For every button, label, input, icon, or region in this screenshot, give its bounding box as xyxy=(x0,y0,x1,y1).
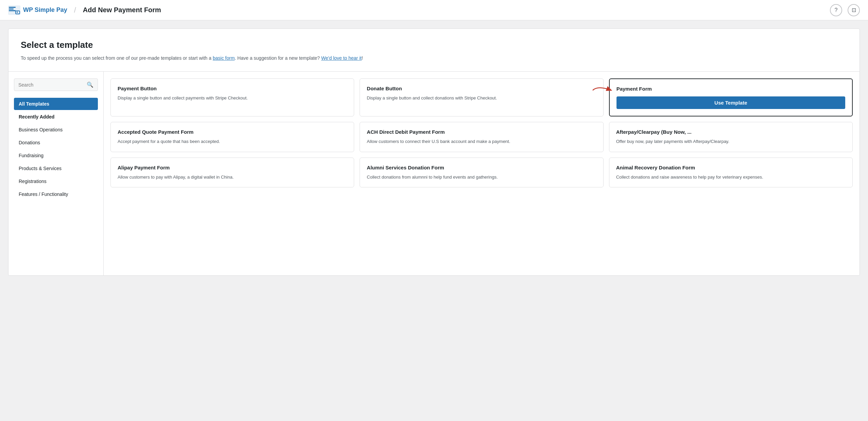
sidebar-nav: All TemplatesRecently AddedBusiness Oper… xyxy=(14,98,98,200)
main-content: Select a template To speed up the proces… xyxy=(0,20,868,284)
header-section: Select a template To speed up the proces… xyxy=(8,29,860,72)
sidebar-link-5[interactable]: Products & Services xyxy=(14,162,98,175)
template-card-alipay[interactable]: Alipay Payment FormAllow customers to pa… xyxy=(110,158,354,188)
template-title-animal-recovery: Animal Recovery Donation Form xyxy=(616,165,846,170)
template-desc-ach-debit: Allow customers to connect their U.S ban… xyxy=(367,138,596,145)
template-card-donate-button[interactable]: Donate ButtonDisplay a single button and… xyxy=(360,78,603,116)
template-card-afterpay[interactable]: Afterpay/Clearpay (Buy Now, ...Offer buy… xyxy=(609,122,853,152)
sidebar-link-7[interactable]: Features / Functionality xyxy=(14,188,98,200)
svg-rect-3 xyxy=(9,10,16,11)
template-card-payment-button[interactable]: Payment ButtonDisplay a single button an… xyxy=(110,78,354,116)
template-card-accepted-quote[interactable]: Accepted Quote Payment FormAccept paymen… xyxy=(110,122,354,152)
description-middle: . Have a suggestion for a new template? xyxy=(235,55,321,61)
help-icon: ? xyxy=(835,7,838,13)
template-title-payment-button: Payment Button xyxy=(118,86,347,91)
title-divider: / xyxy=(74,6,76,15)
top-bar: WP Simple Pay / Add New Payment Form ? ⊡ xyxy=(0,0,868,20)
template-desc-alipay: Allow customers to pay with Alipay, a di… xyxy=(118,174,347,181)
sidebar-item-registrations[interactable]: Registrations xyxy=(14,175,98,187)
svg-rect-1 xyxy=(9,7,16,8)
template-title-alumni-services: Alumni Services Donation Form xyxy=(367,165,596,170)
template-title-payment-form: Payment Form xyxy=(617,86,845,92)
help-button[interactable]: ? xyxy=(830,4,842,16)
template-title-donate-button: Donate Button xyxy=(367,86,596,91)
suggestion-link[interactable]: We'd love to hear it xyxy=(321,55,362,61)
template-card-animal-recovery[interactable]: Animal Recovery Donation FormCollect don… xyxy=(609,158,853,188)
sidebar-item-donations[interactable]: Donations xyxy=(14,136,98,149)
sidebar-link-1[interactable]: Recently Added xyxy=(14,111,98,123)
template-desc-accepted-quote: Accept payment for a quote that has been… xyxy=(118,138,347,145)
logo-text: WP Simple Pay xyxy=(23,6,67,14)
template-layout: 🔍 All TemplatesRecently AddedBusiness Op… xyxy=(8,72,860,275)
notifications-button[interactable]: ⊡ xyxy=(848,4,860,16)
sidebar-link-6[interactable]: Registrations xyxy=(14,175,98,187)
sidebar-item-fundraising[interactable]: Fundraising xyxy=(14,149,98,162)
search-input[interactable] xyxy=(18,82,87,88)
section-description: To speed up the process you can select f… xyxy=(21,54,847,62)
sidebar-link-4[interactable]: Fundraising xyxy=(14,149,98,162)
description-suffix: ! xyxy=(362,55,363,61)
search-icon: 🔍 xyxy=(87,81,93,88)
logo-icon xyxy=(8,5,20,15)
sidebar-link-2[interactable]: Business Operations xyxy=(14,124,98,136)
template-desc-afterpay: Offer buy now, pay later payments with A… xyxy=(616,138,846,145)
sidebar-item-products---services[interactable]: Products & Services xyxy=(14,162,98,175)
template-desc-donate-button: Display a single button and collect dona… xyxy=(367,95,596,102)
notification-icon: ⊡ xyxy=(852,7,856,13)
template-title-accepted-quote: Accepted Quote Payment Form xyxy=(118,129,347,135)
svg-rect-2 xyxy=(9,8,14,10)
template-title-ach-debit: ACH Direct Debit Payment Form xyxy=(367,129,596,135)
sidebar-link-0[interactable]: All Templates xyxy=(14,98,98,110)
template-desc-alumni-services: Collect donations from alumnni to help f… xyxy=(367,174,596,181)
template-card-alumni-services[interactable]: Alumni Services Donation FormCollect don… xyxy=(360,158,603,188)
sidebar-link-3[interactable]: Donations xyxy=(14,136,98,149)
use-template-button[interactable]: Use Template xyxy=(617,96,845,109)
template-desc-payment-button: Display a single button and collect paym… xyxy=(118,95,347,102)
sidebar-item-all-templates[interactable]: All Templates xyxy=(14,98,98,110)
template-sidebar: 🔍 All TemplatesRecently AddedBusiness Op… xyxy=(8,72,104,275)
template-title-alipay: Alipay Payment Form xyxy=(118,165,347,170)
search-box: 🔍 xyxy=(14,78,98,91)
template-card-ach-debit[interactable]: ACH Direct Debit Payment FormAllow custo… xyxy=(360,122,603,152)
description-prefix: To speed up the process you can select f… xyxy=(21,55,213,61)
sidebar-item-business-operations[interactable]: Business Operations xyxy=(14,124,98,136)
sidebar-item-features---functionality[interactable]: Features / Functionality xyxy=(14,188,98,200)
template-title-afterpay: Afterpay/Clearpay (Buy Now, ... xyxy=(616,129,846,135)
page-title: Add New Payment Form xyxy=(83,6,161,14)
basic-form-link[interactable]: basic form xyxy=(213,55,235,61)
template-card-payment-form[interactable]: Payment FormUse Template xyxy=(609,78,853,116)
logo-link[interactable]: WP Simple Pay xyxy=(8,5,67,15)
top-bar-actions: ? ⊡ xyxy=(830,4,860,16)
template-desc-animal-recovery: Collect donations and raise awareness to… xyxy=(616,174,846,181)
section-title: Select a template xyxy=(21,40,847,50)
main-card: Select a template To speed up the proces… xyxy=(8,29,860,276)
templates-grid: Payment ButtonDisplay a single button an… xyxy=(104,72,860,275)
sidebar-item-recently-added[interactable]: Recently Added xyxy=(14,111,98,123)
